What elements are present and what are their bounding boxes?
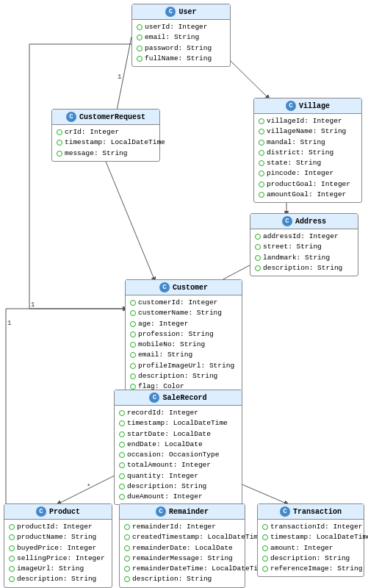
sr-field-4: occasion: OccasionType <box>119 450 237 460</box>
class-icon-remainder: C <box>156 506 166 517</box>
class-salerecord-title: SaleRecord <box>162 394 206 402</box>
cr-field-1: timestamp: LocalDateTime <box>57 137 155 148</box>
class-user-title: User <box>178 8 196 16</box>
class-icon-salerecord: C <box>149 392 159 403</box>
user-field-2: password: String <box>137 43 226 54</box>
rem-field-3: remainderMessage: String <box>124 553 240 564</box>
class-salerecord-body: recordId: Integer timestamp: LocalDateTi… <box>115 406 242 504</box>
cust-field-2: age: Integer <box>130 319 237 329</box>
class-customerrequest-header: C CustomerRequest <box>52 110 159 125</box>
village-field-4: state: String <box>259 158 357 168</box>
class-user-body: userId: Integer email: String password: … <box>132 20 230 66</box>
class-icon-village: C <box>286 101 296 111</box>
txn-field-2: amount: Integer <box>262 543 359 553</box>
mult-user-customer: 1 <box>31 301 35 309</box>
class-address: C Address addressId: Integer street: Str… <box>250 213 358 276</box>
class-village-header: C Village <box>254 98 361 114</box>
cust-field-6: profileImageUrl: String <box>130 361 237 371</box>
rem-field-2: remainderDate: LocalDate <box>124 543 240 553</box>
prod-field-5: description: String <box>9 574 107 584</box>
class-product: C Product productId: Integer productName… <box>4 503 112 588</box>
class-remainder-body: remainderId: Integer createdTimestamp: L… <box>120 520 245 587</box>
class-address-title: Address <box>295 218 326 226</box>
class-village-title: Village <box>299 102 330 110</box>
class-remainder-title: Remainder <box>169 508 209 516</box>
sr-field-0: recordId: Integer <box>119 408 237 418</box>
class-transaction-title: Transaction <box>293 508 342 516</box>
sr-field-1: timestamp: LocalDateTime <box>119 418 237 429</box>
rem-field-5: description: String <box>124 574 240 584</box>
addr-field-1: street: String <box>255 242 353 252</box>
cust-field-1: customerName: String <box>130 308 237 318</box>
cust-field-3: profession: String <box>130 329 237 340</box>
class-transaction-body: transactionId: Integer timestamp: LocalD… <box>258 520 364 576</box>
prod-field-4: imageUrl: String <box>9 564 107 574</box>
user-field-1: email: String <box>137 32 226 43</box>
class-icon-product: C <box>36 506 46 517</box>
cr-field-0: crId: Integer <box>57 127 155 137</box>
class-customerrequest-body: crId: Integer timestamp: LocalDateTime m… <box>52 125 159 161</box>
prod-field-2: buyedPrice: Integer <box>9 543 107 553</box>
class-product-title: Product <box>49 508 80 516</box>
prod-field-1: productName: String <box>9 532 107 542</box>
txn-field-1: timestamp: LocalDateTime <box>262 532 359 542</box>
svg-line-3 <box>103 154 154 279</box>
sr-field-8: dueAmount: Integer <box>119 492 237 502</box>
class-icon-transaction: C <box>280 506 290 517</box>
mult-product-customer-1: 1 <box>7 320 11 327</box>
txn-field-4: referenceImage: String <box>262 564 359 574</box>
class-village-body: villageId: Integer villageName: String m… <box>254 114 361 202</box>
village-field-5: pincode: Integer <box>259 168 357 179</box>
rem-field-4: remainderDateTime: LocalDateTime <box>124 564 240 574</box>
class-product-body: productId: Integer productName: String b… <box>4 520 112 587</box>
sr-field-2: startDate: LocalDate <box>119 429 237 440</box>
txn-field-3: description: String <box>262 553 359 564</box>
prod-field-0: productId: Integer <box>9 522 107 532</box>
class-transaction: C Transaction transactionId: Integer tim… <box>257 503 364 577</box>
sr-field-6: quantity: Integer <box>119 471 237 481</box>
village-field-2: mandal: String <box>259 137 357 148</box>
class-customer-body: customerId: Integer customerName: String… <box>126 295 242 394</box>
prod-field-3: sellingPrice: Integer <box>9 553 107 564</box>
village-field-0: villageId: Integer <box>259 116 357 126</box>
class-address-body: addressId: Integer street: String landma… <box>250 229 358 276</box>
class-customer-header: C Customer <box>126 280 242 295</box>
cust-field-4: mobileNo: String <box>130 340 237 350</box>
uml-diagram: 1 1 1 1 1 * * 1 * 1 * C User userId: Int… <box>0 0 368 588</box>
addr-field-0: addressId: Integer <box>255 232 353 242</box>
mult-sale-product: * <box>87 484 90 491</box>
class-product-header: C Product <box>4 504 112 520</box>
sr-field-3: endDate: LocalDate <box>119 440 237 450</box>
class-salerecord: C SaleRecord recordId: Integer timestamp… <box>114 390 242 505</box>
addr-field-3: description: String <box>255 263 353 273</box>
cr-field-2: message: String <box>57 148 155 159</box>
user-field-3: fullName: String <box>137 54 226 64</box>
class-user: C User userId: Integer email: String pas… <box>131 4 231 67</box>
sr-field-5: totalAmount: Integer <box>119 460 237 470</box>
class-customer-title: Customer <box>173 284 208 292</box>
class-village: C Village villageId: Integer villageName… <box>253 98 362 203</box>
class-icon-customerrequest: C <box>66 112 76 122</box>
mult-user-cr: 1 <box>118 74 121 81</box>
user-field-0: userId: Integer <box>137 22 226 32</box>
class-address-header: C Address <box>250 214 358 229</box>
class-customerrequest-title: CustomerRequest <box>79 113 145 121</box>
village-field-1: villageName: String <box>259 126 357 137</box>
rem-field-0: remainderId: Integer <box>124 522 240 532</box>
class-customer: C Customer customerId: Integer customerN… <box>125 279 242 395</box>
class-user-header: C User <box>132 4 230 20</box>
village-field-6: productGoal: Integer <box>259 179 357 190</box>
txn-field-0: transactionId: Integer <box>262 522 359 532</box>
rem-field-1: createdTimestamp: LocalDateTime <box>124 532 240 542</box>
class-icon-user: C <box>165 7 176 17</box>
class-customerrequest: C CustomerRequest crId: Integer timestam… <box>51 109 160 162</box>
village-field-7: amountGoal: Integer <box>259 190 357 200</box>
cust-field-7: description: String <box>130 371 237 381</box>
cust-field-5: email: String <box>130 350 237 360</box>
class-salerecord-header: C SaleRecord <box>115 390 242 406</box>
class-icon-address: C <box>282 216 292 226</box>
addr-field-2: landmark: String <box>255 253 353 263</box>
class-remainder: C Remainder remainderId: Integer created… <box>119 503 245 588</box>
class-transaction-header: C Transaction <box>258 504 364 520</box>
sr-field-7: description: String <box>119 481 237 492</box>
